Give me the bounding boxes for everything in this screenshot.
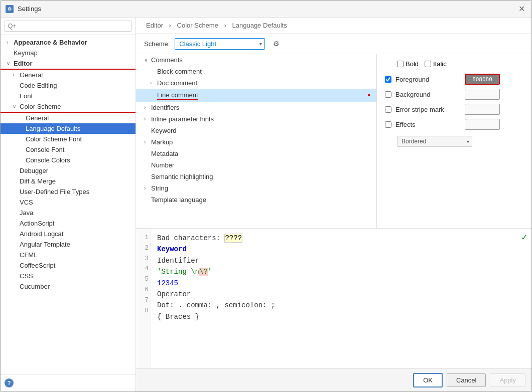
foreground-color-box[interactable]: 808080 [465,74,500,85]
apply-button[interactable]: Apply [490,373,525,387]
sidebar-item-cucumber[interactable]: Cucumber [1,281,136,292]
list-item-label: Block comment [157,68,202,75]
breadcrumb-sep2: › [224,22,228,29]
line-num-1: 1 [145,233,149,243]
sidebar-item-debugger[interactable]: Debugger [1,165,136,176]
sidebar-item-cs-general[interactable]: General [1,113,136,123]
help-button[interactable]: ? [5,378,14,387]
error-stripe-checkbox[interactable] [385,106,391,113]
sidebar-item-label: Editor [14,60,33,67]
effects-row: Effects [385,119,523,130]
list-group-comments[interactable]: ∨ Comments [136,54,376,66]
arrow-icon: › [144,139,149,145]
sidebar-item-label: General [26,114,49,122]
sidebar-item-font[interactable]: Font [1,91,136,101]
list-item-doc-comment[interactable]: › Doc comment [136,77,376,89]
code-dot-comma: Dot: . comma: , semicolon: ; [157,301,275,309]
sidebar-item-label: Diff & Merge [20,177,56,185]
sidebar-item-angular[interactable]: Angular Template [1,239,136,250]
background-label: Background [395,91,461,98]
search-input[interactable] [5,21,131,32]
bold-label: Bold [406,60,419,68]
list-item-number[interactable]: Number [136,159,376,171]
bold-checkbox[interactable] [397,61,404,67]
sidebar-item-label: VCS [20,199,33,206]
sidebar-item-keymap[interactable]: Keymap [1,48,136,58]
app-icon: ⚙ [6,5,14,13]
list-item-line-comment[interactable]: Line comment • [136,89,376,102]
sidebar-item-label: CSS [20,272,33,280]
list-item-markup[interactable]: › Markup [136,136,376,148]
bad-chars-text: ???? [224,234,242,243]
scheme-select[interactable]: Classic Light Default Darcula High Contr… [175,38,265,50]
sidebar-item-general[interactable]: › General [1,70,136,80]
preview-scroll: 1 2 3 4 5 6 7 8 Bad characters: ???? Key… [136,229,531,368]
sidebar-item-css[interactable]: CSS [1,271,136,281]
list-item-label: Template language [151,196,206,204]
list-item-metadata[interactable]: Metadata [136,148,376,159]
preview-line-7: Dot: . comma: , semicolon: ; [157,300,525,311]
italic-checkbox[interactable] [425,61,431,67]
list-item-label: Number [151,161,174,169]
ok-button[interactable]: OK [413,373,443,387]
dot-indicator: • [367,91,370,100]
effects-dropdown: Bordered Underscored Bold Underscored Un… [385,136,523,147]
line-num-2: 2 [145,243,149,254]
scheme-select-wrapper: Classic Light Default Darcula High Contr… [175,38,265,50]
effects-type-select[interactable]: Bordered Underscored Bold Underscored Un… [397,136,472,147]
arrow-icon: ∨ [13,104,18,109]
list-item-identifiers[interactable]: › Identifiers [136,102,376,113]
line-num-6: 6 [145,285,149,295]
cancel-button[interactable]: Cancel [447,373,486,387]
effects-label: Effects [395,121,461,128]
sidebar-item-vcs[interactable]: VCS [1,197,136,208]
sidebar-item-diff-merge[interactable]: Diff & Merge [1,176,136,186]
list-item-label: Doc comment [157,79,197,87]
italic-label: Italic [433,60,447,68]
sidebar-item-label: Color Scheme Font [26,135,82,143]
sidebar-item-console-font[interactable]: Console Font [1,144,136,155]
background-checkbox[interactable] [385,91,391,98]
list-item-inline-param[interactable]: › Inline parameter hints [136,113,376,125]
gear-button[interactable]: ⚙ [270,38,282,50]
effects-color-box[interactable] [465,119,500,130]
background-color-box[interactable] [465,89,500,100]
arrow-icon: › [144,116,149,122]
close-button[interactable]: ✕ [516,4,526,14]
list-item-keyword[interactable]: Keyword [136,125,376,136]
title-bar: ⚙ Settings ✕ [1,1,531,18]
sidebar-item-label: ActionScript [20,220,54,227]
code-keyword: Keyword [157,245,187,253]
code-identifier: Identifier [157,257,199,265]
preview-line-2: Keyword [157,244,525,255]
sidebar-item-console-colors[interactable]: Console Colors [1,155,136,165]
list-item-label: Inline parameter hints [151,115,214,123]
foreground-checkbox[interactable] [385,76,391,83]
list-item-label: Identifiers [151,104,179,111]
italic-checkbox-label: Italic [425,60,447,68]
error-stripe-color-box[interactable] [465,104,500,115]
preview-gutter: 1 2 3 4 5 6 7 8 [136,229,151,368]
list-item-block-comment[interactable]: Block comment [136,66,376,77]
breadcrumb-color-scheme: Color Scheme [177,22,218,29]
split-area: ∨ Comments Block comment › Doc comment L… [136,54,531,228]
sidebar-item-color-scheme-font[interactable]: Color Scheme Font [1,134,136,144]
list-item-string[interactable]: › String [136,182,376,194]
right-panel: Editor › Color Scheme › Language Default… [136,18,531,391]
sidebar-item-color-scheme[interactable]: ∨ Color Scheme [1,101,136,113]
sidebar-item-language-defaults[interactable]: Language Defaults [1,123,136,134]
sidebar-item-label: Color Scheme [20,103,61,110]
sidebar-item-coffeescript[interactable]: CoffeeScript [1,260,136,271]
sidebar-item-user-defined[interactable]: User-Defined File Types [1,186,136,197]
list-item-template-language[interactable]: Template language [136,194,376,206]
sidebar-item-java[interactable]: Java [1,208,136,218]
sidebar-item-android-logcat[interactable]: Android Logcat [1,229,136,239]
effects-checkbox[interactable] [385,121,391,128]
list-item-semantic-highlighting[interactable]: Semantic highlighting [136,171,376,182]
sidebar-item-actionscript[interactable]: ActionScript [1,218,136,229]
sidebar-item-cfml[interactable]: CFML [1,250,136,260]
sidebar-item-appearance[interactable]: › Appearance & Behavior [1,37,136,48]
list-item-label: Keyword [151,127,177,134]
sidebar-item-editor[interactable]: ∨ Editor [1,58,136,70]
sidebar-item-code-editing[interactable]: Code Editing [1,80,136,91]
